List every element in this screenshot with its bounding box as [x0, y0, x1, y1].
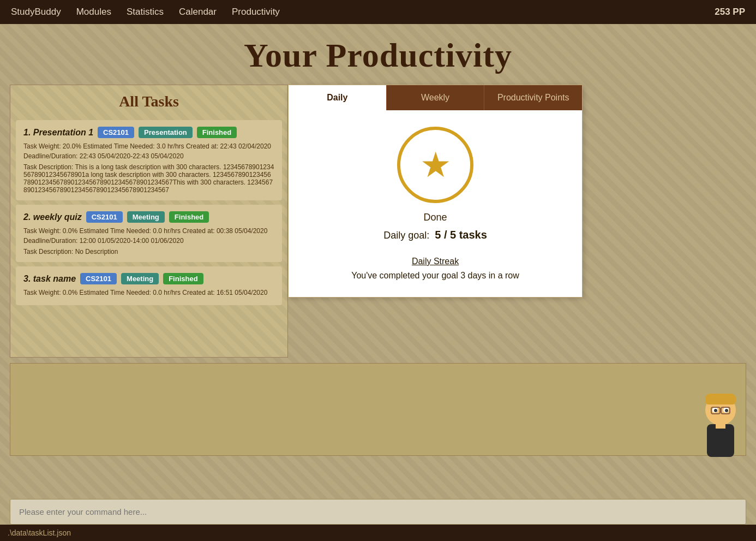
page-title: Your Productivity	[0, 24, 756, 85]
productivity-panel: Daily Weekly Productivity Points ★ Done …	[288, 85, 583, 298]
task-meta1: Task Weight: 0.0% Estimated Time Needed:…	[23, 227, 274, 235]
svg-rect-11	[716, 422, 725, 429]
task-item: 1. Presentation 1 CS2101PresentationFini…	[16, 120, 282, 200]
svg-rect-10	[707, 424, 734, 457]
tab-productivity-points[interactable]: Productivity Points	[484, 85, 582, 110]
task-desc: Task Description: No Description	[23, 248, 274, 255]
command-input[interactable]	[10, 499, 746, 525]
tasks-scroll[interactable]: 1. Presentation 1 CS2101PresentationFini…	[10, 116, 287, 310]
daily-goal: Daily goal: 5 / 5 tasks	[299, 229, 571, 241]
task-title: 3. task name	[23, 274, 76, 284]
status-path: .\data\taskList.json	[8, 528, 71, 537]
task-meta1: Task Weight: 0.0% Estimated Time Needed:…	[23, 289, 274, 296]
nav-brand[interactable]: StudyBuddy	[11, 7, 61, 17]
task-title: 2. weekly quiz	[23, 212, 82, 222]
nav-item-productivity[interactable]: Productivity	[232, 7, 280, 17]
task-badge: Finished	[163, 273, 203, 284]
task-badge: Meeting	[127, 211, 165, 223]
task-badge: Meeting	[121, 273, 159, 284]
nav-items: StudyBuddy Modules Statistics Calendar P…	[11, 7, 715, 17]
svg-point-5	[714, 409, 717, 412]
task-badge: Presentation	[139, 127, 193, 138]
productivity-tabs: Daily Weekly Productivity Points	[289, 85, 582, 110]
main-background: Your Productivity All Tasks 1. Presentat…	[0, 24, 756, 541]
task-header: 1. Presentation 1 CS2101PresentationFini…	[23, 127, 274, 138]
daily-streak-title: Daily Streak	[299, 257, 571, 266]
tab-daily[interactable]: Daily	[289, 85, 387, 110]
task-item: 3. task name CS2101MeetingFinished Task …	[16, 266, 282, 305]
daily-goal-label: Daily goal:	[383, 230, 429, 241]
svg-rect-2	[705, 396, 736, 405]
task-item: 2. weekly quiz CS2101MeetingFinished Tas…	[16, 205, 282, 262]
task-desc: Task Description: This is a long task de…	[23, 163, 274, 194]
task-badge: CS2101	[86, 211, 123, 223]
tab-weekly[interactable]: Weekly	[387, 85, 485, 110]
task-header: 3. task name CS2101MeetingFinished	[23, 273, 274, 284]
task-badge: Finished	[197, 127, 237, 138]
pp-display: 253 PP	[715, 7, 745, 17]
daily-streak-desc: You've completed your goal 3 days in a r…	[299, 271, 571, 281]
productivity-content: ★ Done Daily goal: 5 / 5 tasks Daily Str…	[289, 110, 582, 297]
done-label: Done	[299, 212, 571, 223]
navbar: StudyBuddy Modules Statistics Calendar P…	[0, 0, 756, 24]
task-meta2: Deadline/Duration: 22:43 05/04/2020-22:4…	[23, 152, 274, 160]
task-badge: CS2101	[80, 273, 117, 284]
task-meta1: Task Weight: 20.0% Estimated Time Needed…	[23, 142, 274, 150]
nav-item-calendar[interactable]: Calendar	[179, 7, 217, 17]
task-badge: CS2101	[98, 127, 134, 138]
command-bar	[0, 499, 756, 525]
nav-item-statistics[interactable]: Statistics	[127, 7, 164, 17]
tasks-title: All Tasks	[10, 85, 287, 116]
bottom-area	[10, 363, 746, 456]
task-header: 2. weekly quiz CS2101MeetingFinished	[23, 211, 274, 223]
star-circle: ★	[397, 127, 473, 203]
task-badge: Finished	[169, 211, 209, 223]
daily-goal-value: 5 / 5 tasks	[435, 229, 487, 241]
character-avatar	[696, 394, 745, 465]
star-icon: ★	[420, 147, 451, 182]
svg-point-6	[725, 409, 728, 412]
content-row: All Tasks 1. Presentation 1 CS2101Presen…	[0, 85, 756, 358]
task-title: 1. Presentation 1	[23, 128, 93, 138]
status-bar: .\data\taskList.json	[0, 525, 756, 541]
nav-item-modules[interactable]: Modules	[76, 7, 111, 17]
task-meta2: Deadline/Duration: 12:00 01/05/2020-14:0…	[23, 237, 274, 245]
tasks-panel: All Tasks 1. Presentation 1 CS2101Presen…	[10, 85, 288, 358]
